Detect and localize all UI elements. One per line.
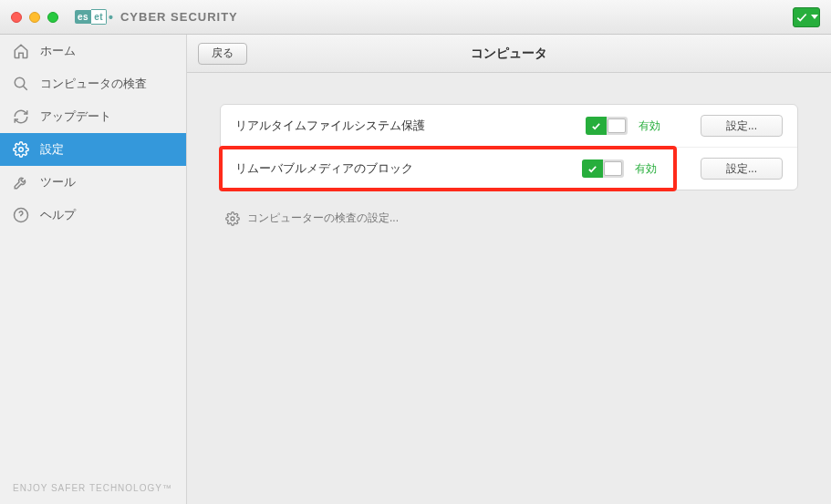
help-icon — [13, 207, 29, 223]
highlighted-setting-row: リムーバブルメディアのブロック 有効 — [219, 146, 677, 191]
gear-icon — [225, 211, 240, 226]
toggle-realtime-protection[interactable] — [586, 117, 628, 135]
chevron-down-icon — [811, 15, 818, 19]
sidebar-item-label: コンピュータの検査 — [40, 76, 147, 92]
sidebar-item-help[interactable]: ヘルプ — [0, 199, 186, 231]
gear-icon — [13, 141, 29, 158]
sidebar-footer: ENJOY SAFER TECHNOLOGY™ — [0, 472, 186, 504]
eset-logo: eset• — [75, 9, 113, 25]
svg-line-1 — [23, 86, 27, 90]
sidebar-item-label: ホーム — [40, 43, 76, 59]
refresh-icon — [13, 108, 29, 125]
minimize-window-button[interactable] — [29, 12, 40, 23]
home-icon — [13, 43, 29, 59]
status-label: 有効 — [635, 161, 671, 177]
svg-point-5 — [231, 217, 234, 221]
sidebar-item-home[interactable]: ホーム — [0, 35, 186, 67]
close-window-button[interactable] — [11, 12, 22, 23]
titlebar: eset• CYBER SECURITY — [0, 0, 831, 35]
sidebar-item-tools[interactable]: ツール — [0, 166, 186, 199]
settings-button-realtime[interactable]: 設定... — [701, 115, 783, 137]
main-pane: 戻る コンピュータ リアルタイムファイルシステム保護 有効 設定... — [187, 35, 831, 504]
back-button[interactable]: 戻る — [198, 43, 247, 65]
sidebar-item-label: アップデート — [40, 108, 111, 125]
search-icon — [13, 76, 29, 92]
setting-label-removable-media: リムーバブルメディアのブロック — [235, 160, 413, 177]
sidebar-item-label: 設定 — [40, 141, 64, 158]
setting-label-realtime: リアルタイムファイルシステム保護 — [235, 118, 425, 134]
tools-icon — [13, 174, 29, 190]
svg-point-2 — [19, 148, 24, 152]
window-controls — [11, 12, 58, 23]
page-title: コンピュータ — [187, 46, 831, 62]
protection-status-dropdown[interactable] — [793, 7, 820, 27]
sidebar: ホーム コンピュータの検査 アップデート 設定 ツール — [0, 35, 187, 504]
zoom-window-button[interactable] — [47, 12, 58, 23]
sidebar-item-scan[interactable]: コンピュータの検査 — [0, 67, 186, 100]
settings-button-label: 設定... — [726, 162, 757, 175]
settings-panel: リアルタイムファイルシステム保護 有効 設定... リムーバブルメディアのブロッ… — [220, 104, 798, 190]
app-title: CYBER SECURITY — [120, 10, 238, 24]
toggle-removable-media-block[interactable] — [582, 159, 624, 178]
settings-button-label: 設定... — [726, 119, 757, 132]
svg-point-0 — [15, 77, 25, 87]
settings-button-removable-media[interactable]: 設定... — [701, 158, 783, 180]
sidebar-item-label: ツール — [40, 174, 76, 190]
sidebar-item-setup[interactable]: 設定 — [0, 133, 186, 166]
scan-settings-link-label: コンピューターの検査の設定... — [247, 211, 399, 226]
sidebar-item-update[interactable]: アップデート — [0, 100, 186, 133]
scan-settings-link[interactable]: コンピューターの検査の設定... — [220, 211, 798, 226]
sidebar-item-label: ヘルプ — [40, 207, 76, 223]
status-label: 有効 — [639, 118, 675, 134]
main-header: 戻る コンピュータ — [187, 35, 831, 73]
back-button-label: 戻る — [212, 46, 234, 61]
